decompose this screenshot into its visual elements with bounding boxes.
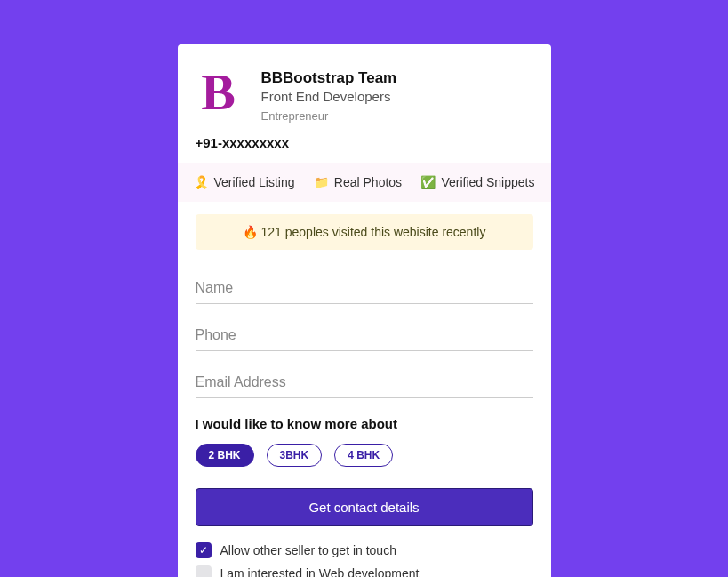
contact-form: I would like to know more about 2 BHK 3B… <box>196 273 533 577</box>
checkbox-label: I am interested in Web development <box>220 566 420 577</box>
verification-row: 🎗️ Verified Listing 📁 Real Photos ✅ Veri… <box>178 163 551 202</box>
verification-item: 📁 Real Photos <box>314 175 402 189</box>
submit-button[interactable]: Get contact details <box>196 488 533 526</box>
form-question: I would like to know more about <box>196 416 533 431</box>
verification-item: ✅ Verified Snippets <box>420 175 534 189</box>
verification-label: Verified Snippets <box>441 175 534 189</box>
profile-header: B BBBootstrap Team Front End Developers … <box>196 69 533 123</box>
avatar: B <box>196 69 242 116</box>
profile-card: B BBBootstrap Team Front End Developers … <box>178 44 551 577</box>
visitor-alert: 🔥 121 peoples visited this webisite rece… <box>196 214 533 250</box>
option-3bhk[interactable]: 3BHK <box>267 444 323 467</box>
checkbox-row: ✓ Allow other seller to get in touch <box>196 542 533 558</box>
profile-name: BBBootstrap Team <box>261 69 397 87</box>
badge-icon: 🎗️ <box>194 176 209 188</box>
profile-phone: +91-xxxxxxxxx <box>196 135 533 150</box>
verification-item: 🎗️ Verified Listing <box>194 175 295 189</box>
checkbox-row: I am interested in Web development <box>196 565 533 577</box>
name-input[interactable] <box>196 273 533 304</box>
email-input[interactable] <box>196 367 533 398</box>
fire-icon: 🔥 <box>243 225 258 239</box>
profile-tag: Entrepreneur <box>261 109 397 123</box>
check-icon: ✅ <box>420 176 436 188</box>
option-2bhk[interactable]: 2 BHK <box>196 444 254 467</box>
verification-label: Real Photos <box>334 175 402 189</box>
alert-text: 121 peoples visited this webisite recent… <box>260 225 485 239</box>
verification-label: Verified Listing <box>214 175 295 189</box>
checkbox-interested[interactable] <box>196 565 212 577</box>
profile-info: BBBootstrap Team Front End Developers En… <box>261 69 397 123</box>
checkbox-allow-seller[interactable]: ✓ <box>196 542 212 558</box>
checkbox-label: Allow other seller to get in touch <box>220 543 396 557</box>
phone-input[interactable] <box>196 320 533 351</box>
option-chips: 2 BHK 3BHK 4 BHK <box>196 444 533 467</box>
option-4bhk[interactable]: 4 BHK <box>334 444 393 467</box>
photos-icon: 📁 <box>314 176 329 188</box>
profile-role: Front End Developers <box>261 89 397 104</box>
